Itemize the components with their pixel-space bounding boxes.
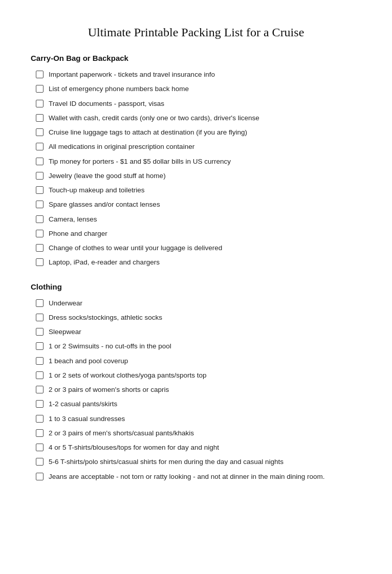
checkbox-icon[interactable]	[36, 230, 43, 237]
checkbox-icon[interactable]	[36, 71, 43, 78]
item-text: 5-6 T-shirts/polo shirts/casual shirts f…	[49, 457, 361, 467]
list-item[interactable]: Cruise line luggage tags to attach at de…	[36, 127, 361, 138]
item-text: 1-2 casual pants/skirts	[49, 399, 361, 409]
list-item[interactable]: List of emergency phone numbers back hom…	[36, 84, 361, 94]
item-text: All medications in original prescription…	[49, 142, 361, 152]
list-item[interactable]: 2 or 3 pairs of men's shorts/casual pant…	[36, 428, 361, 438]
checkbox-icon[interactable]	[36, 215, 43, 223]
checkbox-icon[interactable]	[36, 143, 43, 150]
checkbox-icon[interactable]	[36, 314, 43, 321]
list-item[interactable]: 1 or 2 Swimsuits - no cut-offs in the po…	[36, 341, 361, 351]
checkbox-icon[interactable]	[36, 258, 43, 266]
list-item[interactable]: Jewelry (leave the good stuff at home)	[36, 171, 361, 181]
item-text: Sleepwear	[49, 327, 361, 337]
list-item[interactable]: Change of clothes to wear until your lug…	[36, 243, 361, 253]
checkbox-icon[interactable]	[36, 342, 43, 350]
item-text: 1 or 2 Swimsuits - no cut-offs in the po…	[49, 341, 361, 351]
list-item[interactable]: 2 or 3 pairs of women's shorts or capris	[36, 385, 361, 395]
list-item[interactable]: 1 beach and pool coverup	[36, 356, 361, 366]
item-text: Change of clothes to wear until your lug…	[49, 243, 361, 253]
checkbox-icon[interactable]	[36, 244, 43, 252]
checkbox-icon[interactable]	[36, 328, 43, 336]
list-item[interactable]: Important paperwork - tickets and travel…	[36, 70, 361, 80]
checkbox-icon[interactable]	[36, 85, 43, 93]
item-text: Tip money for porters - $1 and $5 dollar…	[49, 157, 361, 167]
checklist-clothing: UnderwearDress socks/stockings, athletic…	[36, 298, 361, 482]
checkbox-icon[interactable]	[36, 458, 43, 466]
item-text: Cruise line luggage tags to attach at de…	[49, 127, 361, 138]
checkbox-icon[interactable]	[36, 114, 43, 122]
checkbox-icon[interactable]	[36, 371, 43, 379]
list-item[interactable]: 5-6 T-shirts/polo shirts/casual shirts f…	[36, 457, 361, 467]
item-text: Travel ID documents - passport, visas	[49, 99, 361, 109]
list-item[interactable]: Travel ID documents - passport, visas	[36, 99, 361, 109]
list-item[interactable]: Sleepwear	[36, 327, 361, 337]
list-item[interactable]: Camera, lenses	[36, 214, 361, 225]
checkbox-icon[interactable]	[36, 128, 43, 136]
item-text: 1 beach and pool coverup	[49, 356, 361, 366]
checkbox-icon[interactable]	[36, 386, 43, 393]
item-text: Phone and charger	[49, 229, 361, 239]
checkbox-icon[interactable]	[36, 100, 43, 107]
item-text: Laptop, iPad, e-reader and chargers	[49, 257, 361, 268]
list-item[interactable]: 4 or 5 T-shirts/blouses/tops for women f…	[36, 443, 361, 453]
checkbox-icon[interactable]	[36, 158, 43, 165]
item-text: Wallet with cash, credit cards (only one…	[49, 113, 361, 123]
checkbox-icon[interactable]	[36, 201, 43, 208]
section-clothing: ClothingUnderwearDress socks/stockings, …	[31, 282, 361, 482]
checkbox-icon[interactable]	[36, 429, 43, 437]
list-item[interactable]: Phone and charger	[36, 229, 361, 239]
checkbox-icon[interactable]	[36, 357, 43, 365]
list-item[interactable]: Jeans are acceptable - not torn or ratty…	[36, 472, 361, 482]
list-item[interactable]: Dress socks/stockings, athletic socks	[36, 313, 361, 323]
item-text: Dress socks/stockings, athletic socks	[49, 313, 361, 323]
checklist-carry-on: Important paperwork - tickets and travel…	[36, 70, 361, 268]
list-item[interactable]: All medications in original prescription…	[36, 142, 361, 152]
section-heading-carry-on: Carry-On Bag or Backpack	[31, 54, 361, 62]
item-text: 2 or 3 pairs of men's shorts/casual pant…	[49, 428, 361, 438]
item-text: List of emergency phone numbers back hom…	[49, 84, 361, 94]
item-text: 1 or 2 sets of workout clothes/yoga pant…	[49, 370, 361, 381]
item-text: Underwear	[49, 298, 361, 308]
section-heading-clothing: Clothing	[31, 282, 361, 291]
list-item[interactable]: 1 or 2 sets of workout clothes/yoga pant…	[36, 370, 361, 381]
checkbox-icon[interactable]	[36, 299, 43, 307]
list-item[interactable]: 1 to 3 casual sundresses	[36, 414, 361, 424]
item-text: Jewelry (leave the good stuff at home)	[49, 171, 361, 181]
item-text: 2 or 3 pairs of women's shorts or capris	[49, 385, 361, 395]
item-text: Spare glasses and/or contact lenses	[49, 200, 361, 210]
item-text: Important paperwork - tickets and travel…	[49, 70, 361, 80]
checkbox-icon[interactable]	[36, 415, 43, 423]
list-item[interactable]: Underwear	[36, 298, 361, 308]
checkbox-icon[interactable]	[36, 400, 43, 408]
section-carry-on: Carry-On Bag or BackpackImportant paperw…	[31, 54, 361, 268]
item-text: Jeans are acceptable - not torn or ratty…	[49, 472, 361, 482]
list-item[interactable]: Spare glasses and/or contact lenses	[36, 200, 361, 210]
list-item[interactable]: Touch-up makeup and toiletries	[36, 185, 361, 195]
page-title: Ultimate Printable Packing List for a Cr…	[31, 26, 361, 39]
list-item[interactable]: Laptop, iPad, e-reader and chargers	[36, 257, 361, 268]
checkbox-icon[interactable]	[36, 172, 43, 180]
item-text: 4 or 5 T-shirts/blouses/tops for women f…	[49, 443, 361, 453]
list-item[interactable]: 1-2 casual pants/skirts	[36, 399, 361, 409]
item-text: Camera, lenses	[49, 214, 361, 225]
item-text: 1 to 3 casual sundresses	[49, 414, 361, 424]
checkbox-icon[interactable]	[36, 444, 43, 451]
list-item[interactable]: Wallet with cash, credit cards (only one…	[36, 113, 361, 123]
checkbox-icon[interactable]	[36, 186, 43, 194]
item-text: Touch-up makeup and toiletries	[49, 185, 361, 195]
checkbox-icon[interactable]	[36, 473, 43, 480]
list-item[interactable]: Tip money for porters - $1 and $5 dollar…	[36, 157, 361, 167]
